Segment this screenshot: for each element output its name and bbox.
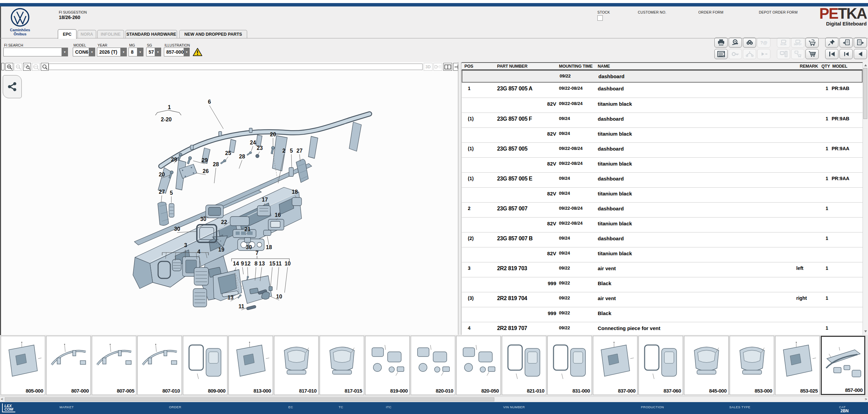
illustration-thumbnail[interactable]: 831-000: [547, 336, 592, 395]
pin-button[interactable]: [825, 37, 838, 48]
scroll-up-icon[interactable]: [863, 63, 868, 68]
fi-search-combo[interactable]: ▼: [3, 48, 68, 56]
nav-previous-button[interactable]: [839, 49, 853, 59]
diagram-callout[interactable]: 25: [225, 150, 231, 156]
diagram-callout[interactable]: 3: [184, 242, 187, 248]
tab-new-and-dropped-parts[interactable]: NEW AND DROPPED PARTS: [179, 30, 247, 38]
nav-first-button[interactable]: [825, 49, 838, 59]
diagram-callout[interactable]: 13: [259, 261, 265, 266]
parts-row[interactable]: (1)23G 857 005 E09/24dashboard1PR:9AA: [462, 172, 863, 187]
sg-combo[interactable]: 57 ▼: [146, 48, 161, 56]
diagram-callout[interactable]: 2-20: [161, 117, 172, 122]
illustration-thumbnail[interactable]: 845-000: [684, 336, 729, 395]
tab-standard-hardware[interactable]: STANDARD HARDWARE: [125, 30, 177, 38]
parts-row-color[interactable]: 82V09/22-08/24titanium black: [462, 98, 863, 113]
zoom-value-field[interactable]: [49, 64, 423, 70]
illustration-thumbnail[interactable]: 805-000: [1, 336, 45, 395]
search-binoculars-button[interactable]: [743, 37, 756, 48]
diagram-callout[interactable]: 1: [168, 104, 171, 110]
diagram-callout[interactable]: 23: [257, 145, 263, 151]
illustration-thumbnail[interactable]: 853-025: [775, 336, 820, 395]
stock-checkbox[interactable]: [597, 15, 603, 21]
diagram-callout[interactable]: 2: [283, 148, 286, 154]
parts-row[interactable]: (2)23G 857 007 B09/24dashboard1: [462, 232, 863, 247]
chevron-down-icon[interactable]: ▼: [89, 48, 95, 56]
diagram-callout[interactable]: 28: [239, 154, 245, 159]
parts-list-button[interactable]: [714, 49, 728, 59]
diagram-callout[interactable]: 7: [256, 250, 259, 256]
year-combo[interactable]: 2026 (T) ▼: [97, 48, 127, 56]
illustration-thumbnail[interactable]: 853-000: [730, 336, 774, 395]
diagram-callout[interactable]: 30: [200, 216, 206, 222]
zoom-selection-button[interactable]: [23, 63, 31, 71]
panel-collapse-handle[interactable]: [1, 63, 4, 70]
next-illustration-button[interactable]: [854, 37, 867, 48]
tab-epc[interactable]: EPC: [58, 29, 76, 39]
diagram-callout[interactable]: 4: [198, 249, 201, 255]
diagram-callout[interactable]: 9: [241, 261, 244, 266]
illustration-thumbnail[interactable]: 817-010: [274, 336, 319, 395]
diagram-callout[interactable]: 30: [174, 226, 180, 232]
diagram-callout[interactable]: 17: [262, 197, 268, 203]
cart-transfer-button[interactable]: [805, 37, 819, 48]
diagram-callout[interactable]: 22: [221, 219, 227, 225]
illustration-thumbnail[interactable]: 820-010: [411, 336, 455, 395]
parts-row[interactable]: 123G 857 005 A09/22-08/24dashboard1PR:9A…: [462, 83, 863, 98]
parts-row[interactable]: 42R2 819 70709/22Connecting piece for ve…: [462, 322, 863, 335]
diagram-callout[interactable]: 28: [213, 161, 219, 167]
filmstrip-scrollbar-thumb[interactable]: [5, 397, 494, 401]
diagram-callout[interactable]: 19: [218, 247, 224, 253]
chevron-down-icon[interactable]: ▼: [155, 48, 161, 56]
filmstrip-scrollbar[interactable]: < >: [0, 396, 868, 402]
diagram-callout[interactable]: 5: [290, 148, 293, 154]
print-button[interactable]: [714, 37, 728, 48]
diagram-callout[interactable]: 29: [202, 157, 208, 163]
wheel-search-button[interactable]: [729, 37, 742, 48]
chevron-down-icon[interactable]: ▼: [184, 48, 189, 56]
parts-row-color[interactable]: 82V09/24titanium black: [462, 127, 863, 142]
diagram-callout[interactable]: 6: [208, 99, 211, 105]
illustration-thumbnail[interactable]: 809-000: [183, 336, 227, 395]
parts-row[interactable]: (3)2R2 819 70409/22air ventright1: [462, 292, 863, 307]
illustration-thumbnail[interactable]: 807-000: [46, 336, 91, 395]
parts-row-color[interactable]: 99909/22Black: [462, 307, 863, 322]
illustration-thumbnail[interactable]: 837-000: [593, 336, 637, 395]
diagram-callout[interactable]: 16: [275, 212, 281, 218]
diagram-callout[interactable]: 11: [239, 304, 244, 309]
diagram-callout[interactable]: 10: [276, 294, 282, 299]
illustration-thumbnail[interactable]: 820-050: [456, 336, 501, 395]
nav-back-button[interactable]: [854, 49, 867, 59]
diagram-callout[interactable]: 5: [170, 190, 173, 196]
chevron-down-icon[interactable]: ▼: [120, 48, 126, 56]
parts-row[interactable]: (1)23G 857 005 F09/24dashboard1PR:9AB: [462, 113, 863, 127]
chevron-down-icon[interactable]: ▼: [137, 48, 143, 56]
previous-illustration-button[interactable]: [839, 37, 853, 48]
parts-row-color[interactable]: 82V09/22-08/24titanium black: [462, 157, 863, 172]
cart-button[interactable]: [805, 49, 819, 59]
parts-row-group[interactable]: 09/22dashboard: [462, 70, 863, 83]
illustration-thumbnail[interactable]: 819-000: [365, 336, 410, 395]
magnifier-button[interactable]: [41, 63, 49, 71]
scroll-right-icon[interactable]: >: [865, 397, 867, 401]
parts-row-color[interactable]: 82V09/24titanium black: [462, 187, 863, 202]
mg-combo[interactable]: 8 ▼: [129, 48, 143, 56]
parts-row[interactable]: 32R2 819 70309/22air ventleft1: [462, 262, 863, 277]
diagram-callout[interactable]: 26: [203, 168, 209, 174]
parts-row[interactable]: 223G 857 00709/22-08/24dashboard1: [462, 202, 863, 217]
diagram-callout[interactable]: 20: [270, 132, 276, 137]
diagram-callout[interactable]: 11: [276, 261, 282, 266]
illustration-thumbnail[interactable]: 821-010: [502, 336, 546, 395]
diagram-callout[interactable]: 29: [171, 157, 177, 162]
zoom-in-button[interactable]: [5, 63, 13, 71]
diagram-callout[interactable]: 14: [233, 261, 239, 266]
diagram-callout[interactable]: 12: [244, 261, 251, 266]
diagram-callout[interactable]: 18: [266, 244, 272, 250]
illustration-thumbnail[interactable]: 807-010: [137, 336, 182, 395]
model-combo[interactable]: CON6 ▼: [73, 48, 95, 56]
diagram-callout[interactable]: 8: [255, 261, 258, 266]
scroll-down-icon[interactable]: [863, 329, 868, 334]
diagram-callout[interactable]: 21: [244, 226, 251, 232]
parts-row-color[interactable]: 99909/22Black: [462, 277, 863, 292]
diagram-callout[interactable]: 27: [159, 189, 165, 195]
scrollbar-thumb[interactable]: [863, 68, 867, 119]
